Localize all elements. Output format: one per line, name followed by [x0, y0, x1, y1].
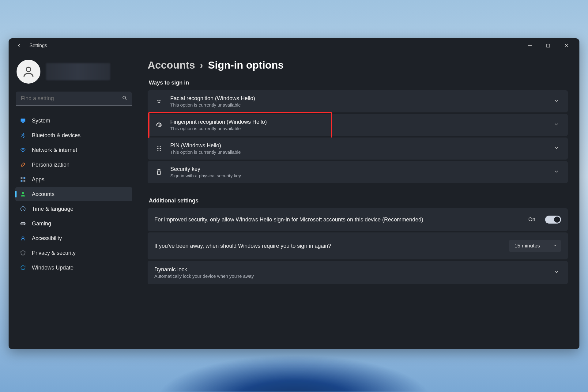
sidebar-item-label: Bluetooth & devices [32, 132, 81, 139]
svg-point-3 [123, 96, 126, 99]
chevron-down-icon [552, 98, 561, 105]
profile-header[interactable] [17, 60, 131, 84]
ways-to-sign-in-header: Ways to sign in [149, 80, 568, 86]
svg-point-15 [24, 223, 24, 224]
toggle-state-text: On [528, 217, 535, 223]
minimize-button[interactable] [521, 39, 539, 52]
dynamic-lock-title: Dynamic lock [154, 266, 545, 273]
svg-point-20 [157, 146, 158, 147]
chevron-down-icon [553, 243, 557, 249]
chevron-down-icon [552, 269, 561, 276]
titlebar: Settings [9, 38, 579, 53]
sidebar-item-label: Apps [32, 176, 44, 183]
chevron-right-icon: › [200, 60, 203, 70]
signin-option-title: Facial recognition (Windows Hello) [170, 95, 545, 102]
chevron-down-icon [552, 122, 561, 128]
signin-option-desc: This option is currently unavailable [170, 149, 545, 155]
wifi-icon [20, 147, 26, 153]
additional-settings-header: Additional settings [149, 198, 568, 204]
svg-rect-10 [21, 180, 23, 182]
sidebar-item-label: Windows Update [32, 265, 74, 271]
wallpaper-decor [156, 355, 432, 392]
close-button[interactable] [557, 39, 576, 52]
svg-point-16 [24, 224, 25, 224]
signin-option-usbkey[interactable]: Security keySign in with a physical secu… [148, 161, 568, 183]
svg-rect-11 [24, 180, 25, 182]
monitor-icon [20, 117, 26, 124]
dynamic-lock-desc: Automatically lock your device when you'… [154, 273, 545, 279]
signin-option-keypad[interactable]: PIN (Windows Hello)This option is curren… [148, 138, 568, 160]
svg-point-17 [22, 236, 23, 237]
search-icon [122, 95, 127, 102]
signin-options-list: Facial recognition (Windows Hello)This o… [148, 90, 568, 183]
reauth-row: If you've been away, when should Windows… [148, 232, 568, 259]
profile-name-redacted [46, 63, 110, 80]
svg-point-18 [158, 100, 158, 101]
accessibility-icon [20, 235, 26, 242]
breadcrumb-current: Sign-in options [208, 59, 284, 71]
signin-option-desc: This option is currently unavailable [170, 102, 545, 107]
face-icon [154, 97, 164, 106]
bluetooth-icon [20, 132, 26, 139]
sidebar-item-accessibility[interactable]: Accessibility [15, 231, 132, 245]
maximize-button[interactable] [539, 39, 557, 52]
svg-rect-9 [24, 177, 25, 179]
sidebar-item-privacy-security[interactable]: Privacy & security [15, 246, 132, 260]
chevron-down-icon [552, 169, 561, 175]
signin-option-desc: Sign in with a physical security key [170, 173, 545, 178]
gamepad-icon [20, 220, 26, 227]
breadcrumb: Accounts › Sign-in options [148, 59, 568, 71]
hello-only-toggle[interactable] [545, 216, 561, 224]
svg-rect-1 [547, 44, 550, 47]
svg-point-27 [159, 150, 160, 151]
sidebar-item-system[interactable]: System [15, 114, 132, 128]
window-title: Settings [29, 43, 47, 48]
hello-only-toggle-row[interactable]: For improved security, only allow Window… [148, 208, 568, 231]
sidebar-item-personalization[interactable]: Personalization [15, 158, 132, 172]
sidebar-item-label: Time & language [32, 206, 73, 212]
breadcrumb-parent[interactable]: Accounts [148, 59, 195, 71]
svg-point-21 [159, 146, 160, 147]
settings-window: Settings [9, 38, 579, 349]
sidebar-item-label: Privacy & security [32, 250, 76, 256]
signin-option-title: PIN (Windows Hello) [170, 142, 545, 149]
signin-option-desc: This option is currently unavailable [170, 126, 545, 131]
dynamic-lock-card[interactable]: Dynamic lock Automatically lock your dev… [148, 261, 568, 284]
sidebar-item-label: Accounts [32, 191, 55, 198]
svg-rect-5 [21, 119, 25, 122]
svg-point-7 [23, 151, 24, 152]
reauth-dropdown[interactable]: 15 minutes [509, 240, 561, 252]
sidebar: SystemBluetooth & devicesNetwork & inter… [9, 53, 137, 349]
chevron-down-icon [552, 145, 561, 152]
sidebar-item-windows-update[interactable]: Windows Update [15, 261, 132, 275]
sidebar-item-accounts[interactable]: Accounts [15, 187, 132, 201]
sidebar-item-label: System [32, 118, 50, 124]
svg-point-23 [157, 148, 158, 149]
sidebar-item-bluetooth-devices[interactable]: Bluetooth & devices [15, 128, 132, 142]
svg-point-12 [22, 192, 24, 194]
back-button[interactable] [14, 41, 24, 51]
signin-option-fingerprint[interactable]: Fingerprint recognition (Windows Hello)T… [148, 114, 568, 136]
signin-option-title: Fingerprint recognition (Windows Hello) [170, 119, 545, 125]
sidebar-nav: SystemBluetooth & devicesNetwork & inter… [15, 114, 132, 275]
svg-point-24 [159, 148, 160, 149]
brush-icon [20, 161, 26, 168]
search-input[interactable] [16, 92, 132, 106]
svg-rect-6 [22, 122, 24, 123]
svg-point-22 [160, 146, 161, 147]
sidebar-item-label: Accessibility [32, 235, 62, 242]
signin-option-title: Security key [170, 166, 545, 172]
sidebar-item-time-language[interactable]: Time & language [15, 202, 132, 216]
signin-option-face[interactable]: Facial recognition (Windows Hello)This o… [148, 90, 568, 112]
svg-point-25 [160, 148, 161, 149]
avatar [17, 60, 40, 84]
update-icon [20, 264, 26, 271]
sidebar-item-gaming[interactable]: Gaming [15, 217, 132, 231]
reauth-value: 15 minutes [514, 243, 540, 249]
content-area: Accounts › Sign-in options Ways to sign … [137, 53, 579, 349]
sidebar-item-label: Network & internet [32, 147, 77, 153]
sidebar-item-apps[interactable]: Apps [15, 172, 132, 187]
settings-search[interactable] [16, 92, 132, 106]
svg-rect-30 [157, 171, 160, 175]
sidebar-item-network-internet[interactable]: Network & internet [15, 143, 132, 157]
